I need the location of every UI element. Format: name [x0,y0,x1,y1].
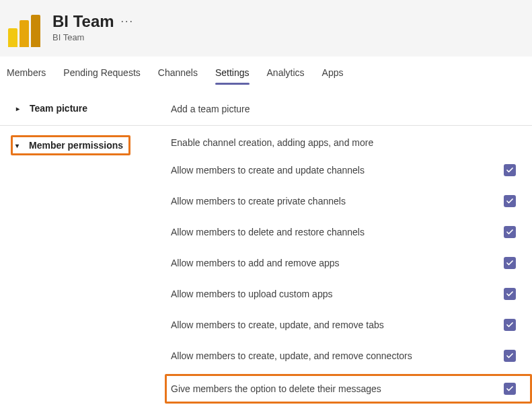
permission-row: Give members the option to edit their me… [171,409,532,415]
permission-row: Allow members to create and update chann… [171,157,532,183]
permission-label: Allow members to delete and restore chan… [171,227,365,237]
permission-row: Allow members to create private channels [171,188,532,214]
permission-row: Allow members to create, update, and rem… [171,343,532,369]
permission-checkbox[interactable] [504,195,516,207]
permission-row: Allow members to delete and restore chan… [171,219,532,245]
permission-label: Give members the option to delete their … [171,383,381,394]
tab-analytics[interactable]: Analytics [267,61,314,85]
team-title: BI Team [52,12,114,31]
caret-right-icon: ▸ [16,105,23,112]
permission-checkbox[interactable] [504,383,516,395]
permission-row: Allow members to upload custom apps [171,281,532,307]
more-options-icon[interactable]: ··· [121,15,134,28]
team-header: BI Team ··· BI Team [0,0,532,56]
permission-checkbox[interactable] [504,226,516,238]
section-member-permissions: ▾ Member permissions Enable channel crea… [0,125,532,415]
caret-down-icon[interactable]: ▾ [15,142,22,149]
tab-channels[interactable]: Channels [158,61,207,85]
section-desc: Add a team picture [171,103,532,114]
team-avatar-icon [8,15,40,47]
highlight-annotation: ▾ Member permissions [11,135,130,155]
permission-label: Allow members to create, update, and rem… [171,319,384,330]
permission-checkbox[interactable] [504,288,516,300]
permission-row: Give members the option to delete their … [165,374,532,404]
permission-label: Allow members to create, update, and rem… [171,350,412,361]
permission-row: Allow members to add and remove apps [171,250,532,276]
tab-members[interactable]: Members [7,61,55,85]
tabs-bar: MembersPending RequestsChannelsSettingsA… [0,61,532,85]
tab-pending-requests[interactable]: Pending Requests [63,61,149,85]
section-label: Member permissions [29,140,123,151]
permission-checkbox[interactable] [504,257,516,269]
permission-label: Allow members to create and update chann… [171,165,365,176]
permission-row: Allow members to create, update, and rem… [171,312,532,338]
permission-label: Allow members to create private channels [171,196,346,206]
tab-apps[interactable]: Apps [322,61,353,85]
permission-checkbox[interactable] [504,319,516,331]
permission-checkbox[interactable] [504,164,516,176]
section-desc: Enable channel creation, adding apps, an… [171,137,532,148]
permission-label: Allow members to add and remove apps [171,258,340,268]
section-label: Team picture [30,103,87,114]
permission-label: Allow members to upload custom apps [171,289,332,299]
permission-checkbox[interactable] [504,350,516,362]
team-subtitle: BI Team [52,32,134,42]
tab-settings[interactable]: Settings [215,61,259,85]
section-team-picture[interactable]: ▸ Team picture Add a team picture [0,85,532,125]
